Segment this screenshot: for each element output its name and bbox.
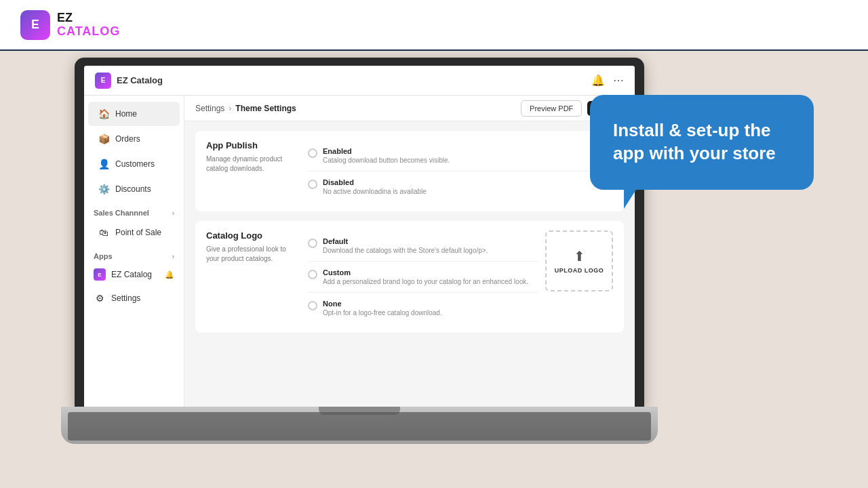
app-body: 🏠 Home 📦 Orders 👤 Customers ⚙️ Discounts <box>84 96 635 410</box>
radio-default-label: Default <box>323 237 488 245</box>
speech-bubble: Install & set-up the app with your store <box>590 95 814 190</box>
laptop-keyboard <box>68 412 651 441</box>
customers-icon: 👤 <box>98 158 110 170</box>
app-publish-desc: Manage dynamic product catalog downloads… <box>206 155 293 174</box>
app-publish-label-col: App Publish Manage dynamic product catal… <box>206 140 301 202</box>
radio-disabled-desc: No active downloadina is available <box>323 188 427 195</box>
logo-icon: E <box>20 10 50 40</box>
main-content: Settings › Theme Settings Preview PDF Sa… <box>184 96 635 410</box>
sales-channel-section: Sales Channnel › <box>84 202 184 220</box>
sales-channel-arrow: › <box>172 209 174 217</box>
radio-default[interactable]: Default Download the catalogs with the S… <box>308 230 538 261</box>
catalog-logo-label-col: Catalog Logo Give a professional look to… <box>206 230 301 323</box>
app-publish-options: Enabled Catalog download button becomes … <box>301 140 613 202</box>
breadcrumb-bar: Settings › Theme Settings Preview PDF Sa… <box>184 96 635 121</box>
radio-none-circle[interactable] <box>308 301 317 310</box>
sidebar-label-home: Home <box>115 109 137 119</box>
app-publish-title: App Publish <box>206 140 293 150</box>
pos-icon: 🛍 <box>98 226 110 239</box>
sidebar-label-discounts: Discounts <box>115 184 151 194</box>
sidebar-item-home[interactable]: 🏠 Home <box>88 102 180 126</box>
discounts-icon: ⚙️ <box>98 183 110 195</box>
ezcatalog-icon: E <box>94 268 106 281</box>
sidebar-item-customers[interactable]: 👤 Customers <box>88 152 180 176</box>
app-publish-panel: App Publish Manage dynamic product catal… <box>195 131 624 211</box>
home-icon: 🏠 <box>98 108 110 120</box>
radio-default-circle[interactable] <box>308 239 317 248</box>
sidebar-item-ezcatalog[interactable]: E EZ Catalog 🔔 <box>84 264 184 285</box>
breadcrumb-separator: › <box>229 104 231 113</box>
radio-none[interactable]: None Opt-in for a logo-free catalog down… <box>308 292 538 323</box>
sidebar-item-pos[interactable]: 🛍 Point of Sale <box>88 220 180 245</box>
laptop-screen: E EZ Catalog 🔔 ⋯ 🏠 Home <box>84 66 635 410</box>
logo-options-left: Default Download the catalogs with the S… <box>308 230 538 323</box>
radio-enabled-circle[interactable] <box>308 148 317 158</box>
top-bar: E EZ CATALOG <box>0 0 868 51</box>
bell-icon[interactable]: 🔔 <box>591 74 605 87</box>
settings-area: App Publish Manage dynamic product catal… <box>184 121 635 410</box>
app-name: EZ Catalog <box>117 75 163 85</box>
upload-icon: ⬆ <box>574 248 585 264</box>
app-logo: E EZ Catalog <box>95 73 163 89</box>
catalog-logo-body: Catalog Logo Give a professional look to… <box>195 221 624 333</box>
logo-ez: EZ <box>57 12 120 25</box>
apps-section: Apps › <box>84 245 184 263</box>
upload-logo-box[interactable]: ⬆ UPLOAD LOGO <box>545 230 613 291</box>
radio-custom[interactable]: Custom Add a personalized brand logo to … <box>308 261 538 292</box>
catalog-logo-options: Default Download the catalogs with the S… <box>301 230 613 323</box>
sidebar: 🏠 Home 📦 Orders 👤 Customers ⚙️ Discounts <box>84 96 184 410</box>
preview-pdf-button[interactable]: Preview PDF <box>521 100 582 117</box>
breadcrumb-theme-settings: Theme Settings <box>235 104 296 113</box>
header-actions: 🔔 ⋯ <box>591 74 624 87</box>
upload-label: UPLOAD LOGO <box>555 267 604 274</box>
sidebar-item-orders[interactable]: 📦 Orders <box>88 127 180 151</box>
sidebar-item-discounts[interactable]: ⚙️ Discounts <box>88 177 180 201</box>
radio-enabled-label: Enabled <box>323 147 450 155</box>
sidebar-label-customers: Customers <box>115 159 155 169</box>
logo-catalog: CATALOG <box>57 25 120 39</box>
radio-disabled-label: Disabled <box>323 178 427 186</box>
breadcrumb-settings[interactable]: Settings <box>195 104 224 113</box>
radio-custom-desc: Add a personalized brand logo to your ca… <box>323 278 528 285</box>
radio-disabled-circle[interactable] <box>308 180 317 189</box>
catalog-logo-desc: Give a professional look to your product… <box>206 245 293 264</box>
logo-text: EZ CATALOG <box>57 12 120 39</box>
brand-logo: E EZ CATALOG <box>20 10 120 40</box>
speech-bubble-text: Install & set-up the app with your store <box>613 119 791 165</box>
settings-icon: ⚙ <box>94 292 106 304</box>
laptop-bezel: E EZ Catalog 🔔 ⋯ 🏠 Home <box>75 58 644 410</box>
logo-options-row: Default Download the catalogs with the S… <box>308 230 613 323</box>
laptop: E EZ Catalog 🔔 ⋯ 🏠 Home <box>75 58 644 444</box>
more-icon[interactable]: ⋯ <box>613 74 624 87</box>
sidebar-label-ezcatalog: EZ Catalog <box>111 270 159 279</box>
apps-label: Apps <box>94 252 113 260</box>
sidebar-item-settings[interactable]: ⚙ Settings <box>84 286 184 310</box>
sidebar-bell-icon: 🔔 <box>165 270 174 279</box>
catalog-logo-panel: Catalog Logo Give a professional look to… <box>195 221 624 333</box>
catalog-logo-title: Catalog Logo <box>206 230 293 241</box>
app-publish-body: App Publish Manage dynamic product catal… <box>195 131 624 211</box>
radio-default-text: Default Download the catalogs with the S… <box>323 237 488 254</box>
radio-custom-label: Custom <box>323 268 528 277</box>
apps-arrow: › <box>172 253 174 260</box>
sidebar-label-pos: Point of Sale <box>115 228 161 237</box>
radio-enabled-text: Enabled Catalog download button becomes … <box>323 147 450 164</box>
breadcrumb: Settings › Theme Settings <box>195 104 296 113</box>
radio-enabled-desc: Catalog download button becomes visible. <box>323 157 450 164</box>
app-header: E EZ Catalog 🔔 ⋯ <box>84 66 635 96</box>
radio-disabled[interactable]: Disabled No active downloadina is availa… <box>308 171 613 202</box>
radio-enabled[interactable]: Enabled Catalog download button becomes … <box>308 140 613 171</box>
orders-icon: 📦 <box>98 133 110 145</box>
radio-disabled-text: Disabled No active downloadina is availa… <box>323 178 427 195</box>
app-logo-icon: E <box>95 73 111 89</box>
radio-custom-circle[interactable] <box>308 270 317 279</box>
radio-default-desc: Download the catalogs with the Store's d… <box>323 247 488 254</box>
radio-none-desc: Opt-in for a logo-free catalog download. <box>323 309 442 317</box>
radio-none-text: None Opt-in for a logo-free catalog down… <box>323 300 442 317</box>
laptop-base <box>61 407 658 444</box>
sidebar-label-settings: Settings <box>111 293 140 303</box>
sidebar-label-orders: Orders <box>115 134 140 144</box>
radio-none-label: None <box>323 300 442 308</box>
sales-channel-label: Sales Channnel <box>94 209 149 217</box>
radio-custom-text: Custom Add a personalized brand logo to … <box>323 268 528 285</box>
